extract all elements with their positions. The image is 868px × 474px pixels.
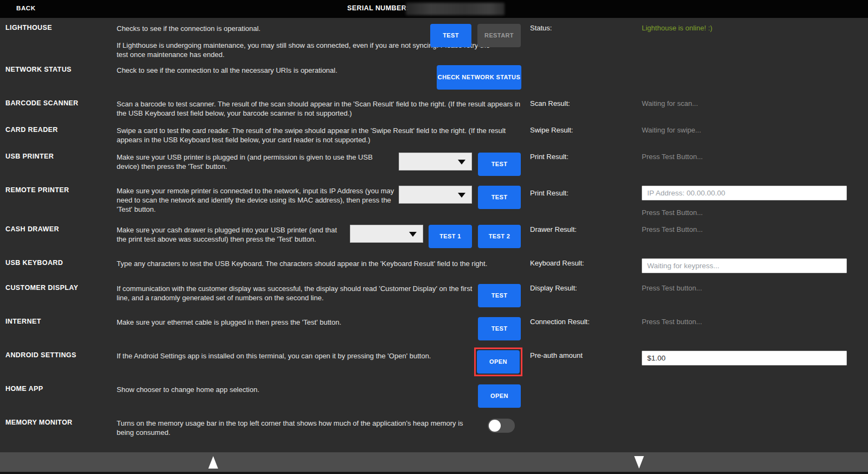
row-label-memory-monitor: MEMORY MONITOR bbox=[5, 419, 72, 426]
dropdown-arrow-icon bbox=[409, 232, 417, 237]
check-network-status-button[interactable]: CHECK NETWORK STATUS bbox=[437, 65, 521, 90]
top-bar: BACK SERIAL NUMBER: bbox=[0, 0, 868, 18]
device-diagnostics-screen: BACK SERIAL NUMBER: LIGHTHOUSE Checks to… bbox=[0, 0, 868, 474]
remote-printer-dropdown[interactable] bbox=[399, 186, 472, 204]
serial-number-label: SERIAL NUMBER: bbox=[347, 4, 409, 12]
usb-print-result-label: Print Result: bbox=[530, 153, 569, 161]
usb-print-result-value: Press Test Button... bbox=[642, 153, 703, 161]
customer-display-test-button[interactable]: TEST bbox=[478, 284, 521, 307]
connection-result-value: Press Test button... bbox=[642, 318, 702, 326]
keyboard-result-input[interactable] bbox=[642, 258, 847, 273]
home-app-open-button[interactable]: OPEN bbox=[478, 384, 521, 408]
row-label-android-settings: ANDROID SETTINGS bbox=[5, 351, 76, 359]
display-result-label: Display Result: bbox=[530, 284, 577, 292]
cash-drawer-test2-button[interactable]: TEST 2 bbox=[478, 225, 521, 248]
android-settings-description: If the Android Settings app is installed… bbox=[117, 351, 475, 361]
row-label-cash-drawer: CASH DRAWER bbox=[5, 225, 59, 233]
cash-drawer-dropdown[interactable] bbox=[350, 225, 423, 243]
internet-description: Make sure your ethernet cable is plugged… bbox=[117, 318, 475, 327]
drawer-result-value: Press Test Button... bbox=[642, 225, 703, 233]
network-status-description: Check to see if the connection to all th… bbox=[117, 66, 420, 75]
row-label-remote-printer: REMOTE PRINTER bbox=[5, 186, 69, 194]
memory-monitor-toggle[interactable] bbox=[488, 419, 515, 433]
row-label-usb-keyboard: USB KEYBOARD bbox=[5, 259, 63, 267]
status-value: Lighthouse is online! :) bbox=[642, 24, 712, 32]
row-label-internet: INTERNET bbox=[5, 318, 41, 325]
toggle-knob bbox=[489, 420, 501, 432]
row-label-lighthouse: LIGHTHOUSE bbox=[5, 24, 52, 31]
dropdown-arrow-icon bbox=[458, 193, 465, 198]
memory-monitor-description: Turns on the memory usage bar in the top… bbox=[117, 419, 479, 437]
row-label-home-app: HOME APP bbox=[5, 385, 43, 393]
serial-number-redacted bbox=[406, 3, 505, 15]
usb-printer-description: Make sure your USB printer is plugged in… bbox=[117, 153, 394, 171]
scan-result-value: Waiting for scan... bbox=[642, 99, 698, 108]
row-label-network-status: NETWORK STATUS bbox=[5, 66, 72, 73]
display-result-value: Press Test button... bbox=[642, 284, 702, 292]
scroll-up-icon[interactable] bbox=[208, 456, 218, 469]
barcode-scanner-description: Scan a barcode to test scanner. The resu… bbox=[117, 99, 522, 118]
swipe-result-value: Waiting for swipe... bbox=[642, 126, 701, 134]
highlight-box: OPEN bbox=[474, 347, 522, 376]
swipe-result-label: Swipe Result: bbox=[530, 126, 573, 134]
customer-display-description: If communication with the customer displ… bbox=[117, 284, 475, 302]
home-app-description: Show chooser to change home app selectio… bbox=[117, 385, 475, 394]
cash-drawer-test1-button[interactable]: TEST 1 bbox=[429, 225, 472, 248]
remote-printer-description: Make sure your remote printer is connect… bbox=[117, 186, 394, 214]
internet-test-button[interactable]: TEST bbox=[478, 317, 521, 340]
remote-print-result-label: Print Result: bbox=[530, 189, 569, 197]
preauth-amount-label: Pre-auth amount bbox=[530, 351, 583, 359]
drawer-result-label: Drawer Result: bbox=[530, 225, 577, 233]
keyboard-result-label: Keyboard Result: bbox=[530, 259, 584, 267]
usb-printer-test-button[interactable]: TEST bbox=[478, 153, 521, 176]
row-label-customer-display: CUSTOMER DISPLAY bbox=[5, 284, 78, 292]
scan-result-label: Scan Result: bbox=[530, 99, 570, 108]
status-label: Status: bbox=[530, 24, 552, 32]
connection-result-label: Connection Result: bbox=[530, 318, 590, 326]
back-button[interactable]: BACK bbox=[16, 5, 36, 11]
ip-address-input[interactable] bbox=[642, 186, 847, 200]
lighthouse-restart-button[interactable]: RESTART bbox=[477, 24, 521, 47]
dropdown-arrow-icon bbox=[458, 160, 465, 165]
android-settings-open-button[interactable]: OPEN bbox=[477, 350, 520, 374]
bottom-strip bbox=[0, 472, 868, 474]
card-reader-description: Swipe a card to test the card reader. Th… bbox=[117, 126, 522, 144]
row-label-barcode-scanner: BARCODE SCANNER bbox=[5, 99, 78, 107]
usb-keyboard-description: Type any characters to test the USB Keyb… bbox=[117, 259, 526, 268]
cash-drawer-description: Make sure your cash drawer is plugged in… bbox=[117, 225, 347, 244]
remote-printer-test-button[interactable]: TEST bbox=[478, 186, 521, 209]
scroll-down-icon[interactable] bbox=[634, 456, 644, 469]
preauth-amount-input[interactable] bbox=[642, 351, 847, 365]
usb-printer-dropdown[interactable] bbox=[399, 153, 472, 170]
row-label-card-reader: CARD READER bbox=[5, 126, 58, 134]
remote-print-result-value: Press Test Button... bbox=[642, 208, 703, 217]
scroll-bar bbox=[0, 452, 868, 472]
row-label-usb-printer: USB PRINTER bbox=[5, 153, 54, 160]
lighthouse-test-button[interactable]: TEST bbox=[430, 24, 471, 47]
